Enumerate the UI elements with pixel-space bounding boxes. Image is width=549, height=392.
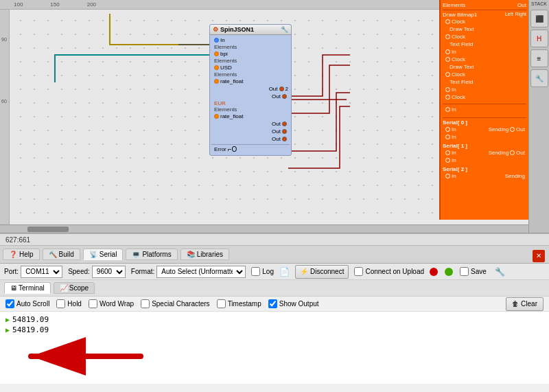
log-group: Log — [251, 267, 274, 276]
s1-in2-label: In — [452, 157, 456, 163]
port-label: Port: — [4, 268, 19, 275]
stack-label: STACK — [531, 1, 547, 6]
s0-in2-dot — [445, 135, 450, 139]
serial-0-label: Serial[ 0 ] — [443, 119, 526, 126]
clock-dot-2 — [445, 34, 450, 39]
section-elements-3: Elements — [211, 71, 290, 78]
save-group: Save — [460, 267, 487, 276]
show-output-checkbox[interactable] — [268, 299, 277, 308]
rate-float-1-row: rate_float — [211, 78, 290, 85]
clock-row-2: Clock — [443, 33, 526, 41]
disconnect-label: Disconnect — [310, 268, 344, 275]
usd-label: USD — [220, 65, 232, 71]
disconnect-icon: ⚡ — [300, 268, 308, 275]
coords-text: 627:661 — [5, 236, 30, 244]
tab-libraries[interactable]: 📚 Libraries — [180, 249, 229, 260]
connect-upload-group: Connect on Upload — [354, 267, 424, 276]
in-label-1: In — [452, 49, 456, 55]
out-1-row: Out 2 — [211, 85, 290, 93]
side-toolbar: STACK ⬛ H ≡ 🔧 — [528, 0, 549, 233]
log-checkbox[interactable] — [251, 267, 260, 276]
format-label: Format: — [131, 268, 154, 275]
toolbar-btn-4[interactable]: 🔧 — [530, 69, 548, 87]
timestamp-checkbox[interactable] — [217, 299, 226, 308]
tab-scope[interactable]: 📈 Scope — [54, 282, 95, 294]
right-port-label: Right — [515, 12, 526, 18]
terminal-tabs: 🖥 Terminal 📈 Scope — [0, 280, 549, 297]
lr-ports: Left Right — [505, 12, 526, 18]
spin-json-body: In Elements bpi Elements USD Elements ra… — [210, 35, 291, 155]
speed-select[interactable]: 9600 — [92, 266, 126, 278]
in-dot-3 — [445, 107, 450, 112]
draw-text-label-1: Draw Text — [449, 26, 474, 32]
draw-text-row-2: Draw Text — [443, 63, 526, 71]
out-2-row: Out — [211, 93, 290, 100]
disconnect-btn[interactable]: ⚡ Disconnect — [295, 265, 349, 279]
clear-btn[interactable]: 🗑 Clear — [506, 297, 544, 311]
usd-dot — [214, 65, 219, 70]
clock-label-4: Clock — [452, 71, 465, 78]
output-line-2: ▶ 54819.09 — [5, 325, 544, 335]
special-chars-checkbox[interactable] — [141, 299, 150, 308]
s1-in-dot — [445, 150, 450, 155]
log-label: Log — [262, 268, 274, 275]
in-row-3: In — [443, 104, 526, 113]
save-checkbox[interactable] — [460, 267, 469, 276]
output-icon-1: ▶ — [5, 316, 10, 323]
in-dot-1 — [445, 49, 450, 54]
error-row: Error ⌐O — [211, 144, 290, 154]
text-field-label-2: Text Field — [449, 79, 473, 85]
tab-platforms[interactable]: 💻 Platforms — [126, 249, 177, 260]
special-chars-group: Special Characters — [141, 299, 209, 308]
clock-label-1: Clock — [452, 19, 465, 25]
section-elements-4: Elements — [211, 106, 290, 113]
out-1-dot — [279, 87, 284, 91]
timestamp-group: Timestamp — [217, 299, 261, 308]
toolbar-btn-3[interactable]: ≡ — [530, 49, 548, 67]
ruler-left: 90 60 — [0, 10, 10, 224]
in-label-3: In — [452, 106, 456, 113]
tab-help[interactable]: ❓ Help — [3, 249, 40, 260]
word-wrap-group: Word Wrap — [89, 299, 134, 308]
scope-tab-label: Scope — [69, 284, 89, 292]
serial-1-ports: In Sending Out — [443, 149, 526, 157]
canvas-scrollbar[interactable] — [0, 224, 528, 233]
scope-icon: 📈 — [60, 284, 68, 292]
format-select[interactable]: Auto Select (Unformatted... — [156, 266, 246, 278]
rate-float-1-dot — [214, 79, 219, 84]
port-select[interactable]: COM11 — [21, 266, 62, 278]
out-4-dot — [282, 129, 287, 134]
rate-float-2-dot — [214, 114, 219, 119]
red-arrow-svg — [3, 336, 154, 377]
word-wrap-checkbox[interactable] — [89, 299, 97, 308]
s0-out-label: Out — [516, 126, 525, 132]
connect-upload-checkbox[interactable] — [354, 267, 363, 276]
hold-checkbox[interactable] — [56, 299, 65, 308]
tab-serial[interactable]: 📡 Serial — [83, 249, 124, 260]
libraries-icon: 📚 — [187, 251, 195, 258]
tab-platforms-label: Platforms — [142, 251, 171, 258]
toolbar-btn-1[interactable]: ⬛ — [530, 10, 548, 27]
bpi-label: bpi — [220, 51, 228, 57]
scroll-thumb[interactable] — [27, 227, 69, 232]
tab-libraries-label: Libraries — [197, 251, 223, 258]
platforms-icon: 💻 — [132, 251, 140, 258]
clock-dot-5 — [445, 95, 450, 100]
toolbar-btn-2[interactable]: H — [530, 30, 548, 47]
panel-close-btn[interactable]: ✕ — [533, 250, 545, 262]
serial-0-container: Serial[ 0 ] In Sending Out — [443, 119, 526, 141]
tab-terminal[interactable]: 🖥 Terminal — [4, 282, 51, 294]
text-field-label-1: Text Field — [449, 41, 473, 47]
section-elements-1: Elements — [211, 44, 290, 50]
auto-scroll-checkbox[interactable] — [5, 299, 14, 308]
draw-bitmap-row: Draw Bitmap1 Left Right — [443, 12, 526, 18]
canvas-area: 100 150 200 90 60 ⚙ SpinJSON1 🔧 — [0, 0, 549, 233]
out-1-num: 2 — [285, 86, 288, 92]
settings-btn[interactable]: 🔧 — [492, 265, 508, 279]
tab-build-label: Build — [59, 251, 74, 258]
spin-json-wrench[interactable]: 🔧 — [281, 26, 288, 33]
spin-json-title: SpinJSON1 — [220, 26, 254, 33]
terminal-options: Auto Scroll Hold Word Wrap Special Chara… — [0, 297, 549, 312]
timestamp-label: Timestamp — [228, 300, 261, 308]
tab-build[interactable]: 🔨 Build — [43, 249, 80, 260]
